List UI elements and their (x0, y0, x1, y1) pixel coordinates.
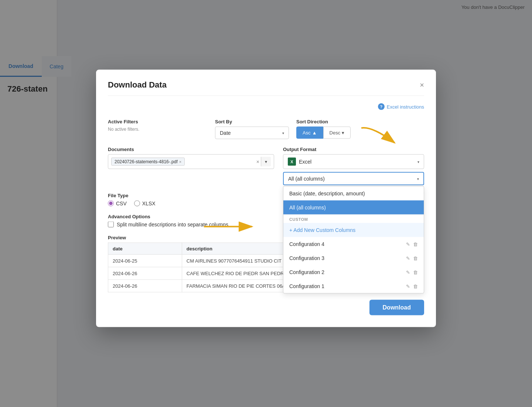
columns-chevron-icon: ▾ (417, 177, 419, 181)
columns-dropdown: Basic (date, description, amount) All (a… (283, 186, 424, 294)
xlsx-radio[interactable] (134, 201, 140, 206)
split-multiline-row: Split multiline descriptions into separa… (108, 222, 274, 228)
modal-footer: Download (108, 300, 424, 315)
dropdown-config-4[interactable]: Configuration 4 ✎ 🗑 (283, 237, 424, 251)
output-format-value: Excel (299, 159, 311, 165)
file-type-radio-group: CSV XLSX (108, 201, 215, 206)
file-type-section: File Type CSV XLSX (108, 193, 215, 206)
sort-by-value: Date (220, 130, 231, 136)
sort-desc-button[interactable]: Desc ▾ (323, 127, 351, 139)
config-4-actions: ✎ 🗑 (406, 241, 418, 247)
config-3-delete-icon[interactable]: 🗑 (413, 255, 418, 261)
output-format-label: Output Format (283, 147, 424, 152)
columns-selected-value: All (all columns) (288, 176, 325, 182)
dropdown-config-3[interactable]: Configuration 3 ✎ 🗑 (283, 251, 424, 265)
sort-asc-button[interactable]: Asc ▲ (296, 127, 323, 139)
active-filters-value: No active filters. (108, 127, 215, 132)
preview-row-2-date: 2024-06-26 (108, 267, 182, 280)
documents-input[interactable]: 20240726-statements-4816-.pdf × × ▾ (108, 154, 274, 169)
config-3-edit-icon[interactable]: ✎ (406, 255, 410, 261)
config-3-actions: ✎ 🗑 (406, 255, 418, 261)
doc-input-actions: × ▾ (256, 157, 271, 167)
sort-direction-section: Sort Direction Asc ▲ Desc ▾ (296, 119, 424, 139)
preview-row-1-date: 2024-06-25 (108, 254, 182, 267)
config-1-label: Configuration 1 (289, 283, 324, 289)
config-2-delete-icon[interactable]: 🗑 (413, 269, 418, 275)
top-form-row: Active Filters No active filters. Sort B… (108, 119, 424, 139)
sort-direction-label: Sort Direction (296, 119, 424, 124)
config-4-delete-icon[interactable]: 🗑 (413, 241, 418, 247)
documents-label: Documents (108, 147, 274, 152)
sort-by-select[interactable]: Date ▾ (215, 127, 289, 139)
modal-header: Download Data × (108, 80, 424, 96)
config-4-edit-icon[interactable]: ✎ (406, 241, 410, 247)
config-1-actions: ✎ 🗑 (406, 283, 418, 289)
config-2-edit-icon[interactable]: ✎ (406, 269, 410, 275)
chevron-down-icon: ▾ (282, 131, 284, 135)
excel-instructions-label: Excel instructions (387, 104, 424, 109)
config-1-edit-icon[interactable]: ✎ (406, 283, 410, 289)
doc-dropdown-button[interactable]: ▾ (261, 157, 271, 167)
config-2-actions: ✎ 🗑 (406, 269, 418, 275)
dropdown-add-custom[interactable]: + Add New Custom Columns (283, 223, 424, 237)
documents-output-row: Documents 20240726-statements-4816-.pdf … (108, 147, 424, 185)
excel-instructions-link[interactable]: ? Excel instructions (378, 103, 424, 110)
modal-title: Download Data (108, 80, 167, 90)
csv-radio-label[interactable]: CSV (108, 201, 127, 206)
split-multiline-checkbox[interactable] (108, 222, 114, 228)
doc-clear-button[interactable]: × (256, 159, 259, 165)
download-button[interactable]: Download (369, 300, 424, 315)
file-type-label: File Type (108, 193, 215, 198)
sort-by-section: Sort By Date ▾ (215, 119, 289, 139)
sort-asc-icon: ▲ (312, 130, 317, 136)
document-tag-text: 20240726-statements-4816-.pdf (115, 159, 178, 164)
dropdown-config-1[interactable]: Configuration 1 ✎ 🗑 (283, 279, 424, 293)
split-multiline-label: Split multiline descriptions into separa… (117, 222, 228, 228)
config-3-label: Configuration 3 (289, 255, 324, 261)
advanced-options-label: Advanced Options (108, 214, 274, 219)
config-1-delete-icon[interactable]: 🗑 (413, 283, 418, 289)
close-button[interactable]: × (420, 81, 424, 89)
help-icon: ? (378, 103, 385, 110)
sort-direction-buttons: Asc ▲ Desc ▾ (296, 127, 424, 139)
config-4-label: Configuration 4 (289, 241, 324, 247)
active-filters-section: Active Filters No active filters. (108, 119, 215, 132)
config-2-label: Configuration 2 (289, 269, 324, 275)
output-format-select[interactable]: X Excel ▾ (283, 154, 424, 169)
dropdown-custom-divider: CUSTOM (283, 215, 424, 223)
preview-col-date: date (108, 243, 182, 254)
xlsx-radio-label[interactable]: XLSX (134, 201, 156, 206)
active-filters-label: Active Filters (108, 119, 215, 124)
dropdown-item-all[interactable]: All (all columns) (283, 201, 424, 215)
dropdown-config-2[interactable]: Configuration 2 ✎ 🗑 (283, 265, 424, 279)
output-format-chevron-icon: ▾ (417, 160, 419, 164)
sort-desc-icon: ▾ (342, 130, 344, 136)
sort-by-label: Sort By (215, 119, 289, 124)
download-data-modal: Download Data × ? Excel instructions Act… (96, 70, 436, 327)
document-tag-remove[interactable]: × (179, 160, 181, 164)
document-tag: 20240726-statements-4816-.pdf × (111, 158, 185, 166)
csv-label: CSV (116, 201, 127, 206)
csv-radio[interactable] (108, 201, 114, 206)
advanced-options-section: Advanced Options Split multiline descrip… (108, 214, 274, 228)
output-format-section: Output Format X Excel ▾ All (all columns… (283, 147, 424, 185)
dropdown-item-basic[interactable]: Basic (date, description, amount) (283, 187, 424, 201)
preview-row-3-date: 2024-06-26 (108, 280, 182, 292)
columns-select[interactable]: All (all columns) ▾ (283, 172, 424, 185)
documents-section: Documents 20240726-statements-4816-.pdf … (108, 147, 274, 169)
excel-icon: X (288, 158, 296, 166)
xlsx-label: XLSX (142, 201, 156, 206)
